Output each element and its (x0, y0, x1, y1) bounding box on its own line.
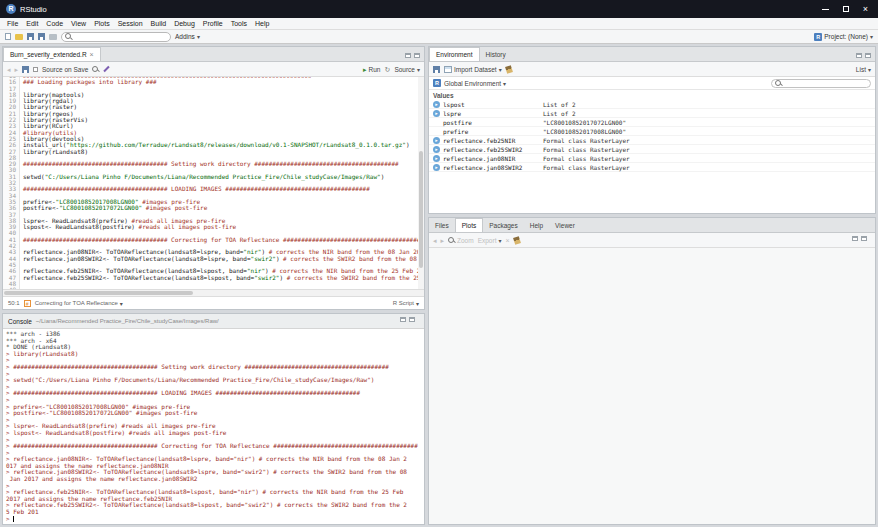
environment-list: Values ▸lspostList of 2▸lspreList of 2po… (429, 90, 875, 213)
clear-environment-broom-icon[interactable] (505, 65, 513, 74)
menu-item-help[interactable]: Help (251, 20, 273, 27)
previous-plot-icon[interactable]: ◂ (433, 237, 437, 244)
expand-icon[interactable]: ▸ (433, 101, 440, 108)
code-editor[interactable]: 15######################################… (3, 77, 424, 289)
menu-item-file[interactable]: File (3, 20, 22, 27)
env-row[interactable]: ▸reflectance.jan08NIRFormal class Raster… (429, 154, 875, 163)
remove-plot-icon[interactable]: × (505, 237, 509, 244)
close-button[interactable] (863, 5, 868, 14)
code-line[interactable]: 31setwd("C:/Users/Liana Pinho F/Document… (3, 174, 424, 180)
env-object-value: List of 2 (543, 110, 875, 117)
rerun-icon[interactable]: ↻ (385, 66, 391, 73)
expand-icon[interactable]: ▸ (433, 146, 440, 153)
menu-item-tools[interactable]: Tools (227, 20, 251, 27)
menu-item-view[interactable]: View (67, 20, 90, 27)
source-pane: Burn_severity_extended.R ◂ ▸ Source on S… (2, 46, 425, 310)
expand-icon[interactable]: ▸ (433, 110, 440, 117)
env-row[interactable]: postfire"LC80010852017072LGN00" (429, 118, 875, 127)
pane-minimize-icon[interactable] (400, 317, 406, 322)
run-button[interactable]: ▸ Run (363, 66, 380, 73)
expand-icon[interactable]: ▸ (433, 164, 440, 171)
magic-wand-icon[interactable] (104, 66, 110, 72)
env-row[interactable]: ▸reflectance.feb25NIRFormal class Raster… (429, 136, 875, 145)
pane-minimize-icon[interactable] (852, 236, 858, 241)
save-all-icon[interactable] (38, 33, 45, 40)
tab-packages[interactable]: Packages (483, 218, 524, 232)
code-line[interactable]: 47reflectance.feb25SWIR2<- ToTOAReflecta… (3, 275, 424, 281)
export-button[interactable]: Export (478, 237, 502, 244)
menu-item-profile[interactable]: Profile (199, 20, 227, 27)
pane-maximize-icon[interactable] (414, 53, 420, 58)
goto-file-field[interactable] (74, 34, 164, 40)
menu-item-plots[interactable]: Plots (90, 20, 114, 27)
env-row[interactable]: ▸reflectance.feb25SWIR2Formal class Rast… (429, 145, 875, 154)
open-file-icon[interactable] (15, 34, 23, 40)
goto-file-input[interactable] (61, 32, 171, 42)
code-line[interactable]: 33######################################… (3, 186, 424, 192)
console-line: *** arch - i386 (6, 331, 421, 338)
minimize-button[interactable] (822, 9, 829, 10)
forward-icon[interactable]: ▸ (15, 66, 19, 73)
source-button[interactable]: Source (394, 66, 420, 73)
menu-item-build[interactable]: Build (147, 20, 171, 27)
save-workspace-icon[interactable] (433, 66, 440, 73)
source-on-save-checkbox[interactable] (33, 67, 38, 72)
code-line[interactable]: 44reflectance.jan08SWIR2<- ToTOAReflecta… (3, 256, 424, 262)
environment-search-box[interactable] (771, 79, 871, 88)
menu-item-edit[interactable]: Edit (22, 20, 42, 27)
close-tab-icon[interactable] (90, 51, 94, 58)
save-file-icon[interactable] (22, 66, 29, 73)
print-icon[interactable] (49, 34, 57, 40)
env-row[interactable]: ▸lspostList of 2 (429, 100, 875, 109)
list-view-selector[interactable]: List (856, 66, 871, 73)
tab-viewer[interactable]: Viewer (549, 218, 581, 232)
chevron-down-icon (417, 66, 420, 73)
expand-icon[interactable]: ▸ (433, 155, 440, 162)
new-file-icon[interactable] (5, 33, 11, 40)
console-line: > reflectance.feb25SWIR2<- ToTOAReflecta… (6, 502, 421, 509)
env-row[interactable]: ▸lspreList of 2 (429, 109, 875, 118)
file-type-selector[interactable]: R Script (393, 300, 419, 307)
tab-history[interactable]: History (480, 47, 512, 61)
env-row[interactable]: ▸reflectance.jan08SWIR2Formal class Rast… (429, 163, 875, 172)
code-line[interactable]: 41######################################… (3, 237, 424, 243)
project-selector[interactable]: Project: (None) (814, 33, 873, 41)
expand-icon[interactable]: ▸ (433, 137, 440, 144)
env-row[interactable]: prefire"LC80010852017008LGN00" (429, 127, 875, 136)
back-icon[interactable]: ◂ (7, 66, 11, 73)
save-icon[interactable] (27, 33, 34, 40)
zoom-button[interactable]: Zoom (448, 237, 474, 244)
pane-maximize-icon[interactable] (861, 236, 867, 241)
source-tab[interactable]: Burn_severity_extended.R (3, 47, 101, 61)
environment-search-input[interactable] (784, 80, 870, 86)
tab-help[interactable]: Help (524, 218, 549, 232)
clear-all-plots-broom-icon[interactable] (513, 236, 521, 245)
editor-vertical-scrollbar[interactable] (418, 77, 424, 289)
maximize-button[interactable] (843, 6, 849, 12)
pane-minimize-icon[interactable] (405, 53, 411, 58)
menu-item-debug[interactable]: Debug (170, 20, 199, 27)
code-text: setwd("C:/Users/Liana Pinho F/Documents/… (20, 174, 384, 180)
console-output[interactable]: *** arch - i386*** arch - x64* DONE (rLa… (3, 329, 424, 524)
find-replace-icon[interactable] (92, 66, 99, 73)
menu-item-code[interactable]: Code (42, 20, 67, 27)
section-label: Correcting for TOA Reflectance (35, 300, 118, 306)
next-plot-icon[interactable]: ▸ (441, 237, 445, 244)
pane-maximize-icon[interactable] (409, 317, 415, 322)
tab-environment[interactable]: Environment (429, 47, 480, 61)
pane-maximize-icon[interactable] (865, 53, 871, 58)
pane-minimize-icon[interactable] (856, 53, 862, 58)
editor-horizontal-scrollbar[interactable] (3, 289, 424, 296)
source-statusbar: 50:1 Correcting for TOA Reflectance R Sc… (3, 296, 424, 309)
code-text: ########################################… (20, 161, 399, 167)
workspace: Burn_severity_extended.R ◂ ▸ Source on S… (0, 44, 878, 527)
addins-button[interactable]: Addins (175, 33, 200, 40)
env-object-name: reflectance.jan08SWIR2 (443, 164, 543, 171)
import-dataset-button[interactable]: Import Dataset (444, 66, 502, 73)
tab-plots[interactable]: Plots (455, 218, 483, 232)
global-environment-selector[interactable]: Global Environment (444, 80, 506, 87)
tab-files[interactable]: Files (429, 218, 455, 232)
menu-item-session[interactable]: Session (114, 20, 147, 27)
section-navigator[interactable]: Correcting for TOA Reflectance (35, 300, 123, 307)
code-line[interactable]: 29######################################… (3, 161, 424, 167)
